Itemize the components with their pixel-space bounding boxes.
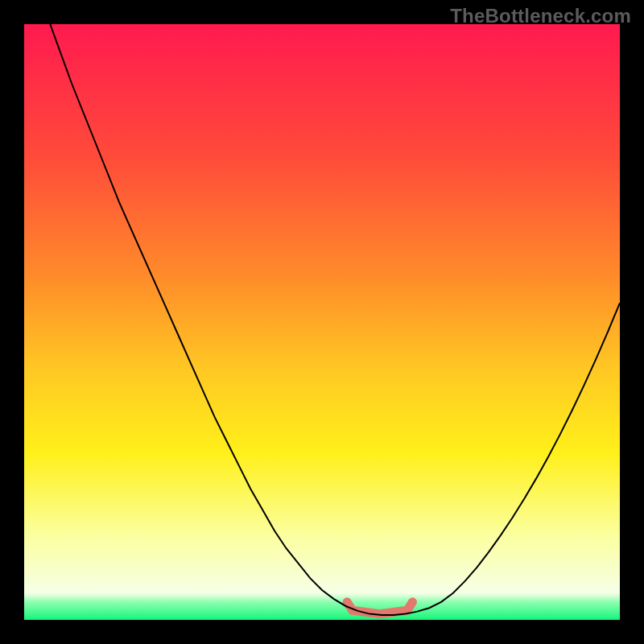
chart-frame: TheBottleneck.com (0, 0, 644, 644)
gradient-background (24, 24, 620, 620)
watermark-text: TheBottleneck.com (450, 5, 631, 27)
chart-svg (24, 24, 620, 620)
plot-area (24, 24, 620, 620)
